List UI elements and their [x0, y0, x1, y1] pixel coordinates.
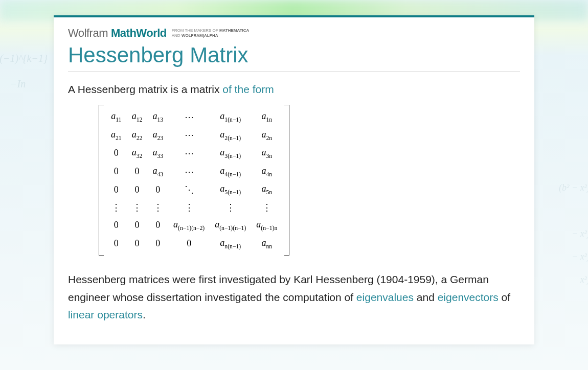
link-eigenvectors[interactable]: eigenvectors: [438, 291, 499, 303]
page-title: Hessenberg Matrix: [68, 43, 520, 67]
matrix-cell: 0: [147, 216, 168, 235]
matrix-cell: a(n−1)(n−2): [168, 216, 210, 235]
matrix-cell: a43: [147, 163, 168, 181]
matrix-cell: ann: [251, 235, 282, 253]
matrix-cell: a5n: [251, 180, 282, 199]
matrix-cell: 0: [106, 144, 127, 163]
matrix-cell: a3n: [251, 144, 282, 163]
matrix-cell: 0: [168, 235, 210, 253]
matrix-cell: a2n: [251, 126, 282, 145]
background-formula-right: x² (b² − x²) d x x²) − x²) d x − x²) d x…: [559, 153, 588, 291]
description-paragraph: Hessenberg matrices were first investiga…: [68, 271, 520, 324]
matrix-cell: 0: [147, 235, 168, 253]
matrix-cell: ⋯: [168, 163, 210, 181]
matrix-cell: ⋮: [147, 199, 168, 216]
matrix-cell: a12: [127, 108, 148, 126]
matrix-cell: ⋯: [168, 126, 210, 145]
logo-math: Math: [111, 27, 136, 40]
matrix-cell: ⋱: [168, 180, 210, 199]
matrix-cell: a(n−1)n: [251, 216, 282, 235]
matrix-cell: a4n: [251, 163, 282, 181]
content-card: Wolfram MathWorld FROM THE MAKERS OF MAT…: [54, 15, 534, 344]
matrix-cell: a3(n−1): [210, 144, 251, 163]
matrix-cell: a22: [127, 126, 148, 145]
matrix-cell: a33: [147, 144, 168, 163]
matrix-body: a11a12a13⋯a1(n−1)a1na21a22a23⋯a2(n−1)a2n…: [106, 108, 282, 252]
matrix-cell: 0: [127, 235, 148, 253]
background-formula-left: ∞ ∑ (−1)^{k−1} k=1 −In: [0, 41, 48, 91]
matrix-bracket-left: [99, 105, 104, 256]
matrix-cell: a13: [147, 108, 168, 126]
link-eigenvalues[interactable]: eigenvalues: [356, 291, 414, 303]
matrix-cell: an(n−1): [210, 235, 251, 253]
matrix-cell: a32: [127, 144, 148, 163]
matrix-cell: 0: [147, 180, 168, 199]
matrix-cell: ⋮: [168, 199, 210, 216]
matrix-cell: ⋮: [127, 199, 148, 216]
matrix-cell: 0: [106, 216, 127, 235]
matrix-cell: ⋮: [210, 199, 251, 216]
logo-subtitle: FROM THE MAKERS OF MATHEMATICA AND WOLFR…: [172, 28, 250, 38]
matrix-display: a11a12a13⋯a1(n−1)a1na21a22a23⋯a2(n−1)a2n…: [99, 105, 520, 256]
intro-paragraph: A Hessenberg matrix is a matrix of the f…: [68, 83, 520, 96]
matrix-cell: a1n: [251, 108, 282, 126]
link-of-the-form[interactable]: of the form: [222, 83, 274, 95]
matrix-cell: a5(n−1): [210, 180, 251, 199]
matrix-cell: 0: [127, 216, 148, 235]
matrix-cell: a11: [106, 108, 127, 126]
matrix-cell: 0: [106, 163, 127, 181]
title-divider: [68, 72, 520, 72]
matrix-cell: a1(n−1): [210, 108, 251, 126]
matrix-cell: ⋮: [106, 199, 127, 216]
link-linear-operators[interactable]: linear operators: [68, 309, 143, 320]
matrix-cell: a4(n−1): [210, 163, 251, 181]
matrix-cell: 0: [106, 180, 127, 199]
matrix-cell: ⋮: [251, 199, 282, 216]
matrix-cell: 0: [106, 235, 127, 253]
logo-wolfram: Wolfram: [68, 27, 108, 40]
matrix-cell: a21: [106, 126, 127, 145]
site-logo[interactable]: Wolfram MathWorld FROM THE MAKERS OF MAT…: [68, 27, 520, 40]
matrix-cell: 0: [127, 180, 148, 199]
matrix-cell: a2(n−1): [210, 126, 251, 145]
matrix-cell: ⋯: [168, 144, 210, 163]
matrix-cell: 0: [127, 163, 148, 181]
matrix-cell: a23: [147, 126, 168, 145]
matrix-cell: a(n−1)(n−1): [210, 216, 251, 235]
logo-world: World: [136, 27, 166, 40]
matrix-cell: ⋯: [168, 108, 210, 126]
matrix-bracket-right: [284, 105, 289, 256]
